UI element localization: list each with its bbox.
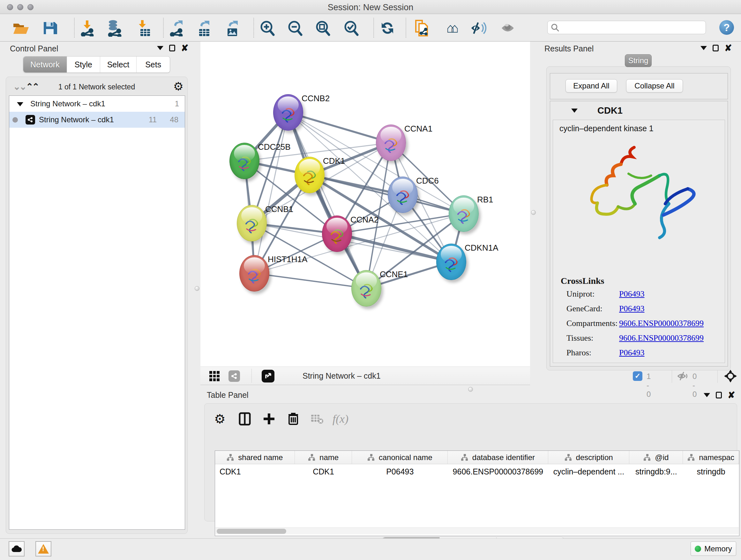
help-button[interactable]: ? bbox=[719, 20, 734, 35]
column-header-shared-name[interactable]: shared name bbox=[215, 451, 295, 464]
export-image-button[interactable] bbox=[224, 20, 241, 37]
node-CCNE1[interactable] bbox=[351, 270, 381, 307]
network-collection-row[interactable]: String Network – cdk1 1 bbox=[9, 96, 185, 112]
tree-expand-caret-icon[interactable] bbox=[17, 99, 23, 108]
zoom-selected-button[interactable] bbox=[343, 20, 360, 37]
protein-structure-image bbox=[564, 140, 711, 245]
node-CDC25B[interactable] bbox=[229, 143, 259, 179]
tab-select[interactable]: Select bbox=[100, 57, 137, 72]
hide-panel-button[interactable] bbox=[470, 20, 487, 37]
panel-menu-caret-icon[interactable] bbox=[704, 393, 710, 397]
collapse-all-button[interactable]: Collapse All bbox=[626, 79, 683, 92]
export-network-button[interactable] bbox=[168, 20, 185, 37]
panel-menu-caret-icon[interactable] bbox=[157, 46, 163, 50]
node-CCNA1[interactable] bbox=[376, 125, 406, 161]
column-header-description[interactable]: description bbox=[548, 451, 630, 464]
column-tree-icon bbox=[367, 454, 375, 461]
table-cell: cyclin–dependent ... bbox=[548, 467, 630, 476]
crosslink-link[interactable]: 9606.ENSP00000378699 bbox=[619, 333, 704, 343]
network-list-panel: ⌄⌄ ⌃⌃ 1 of 1 Network selected ⚙ String N… bbox=[6, 77, 188, 534]
search-input[interactable] bbox=[559, 23, 696, 32]
network-canvas[interactable]: CCNB2 CCNA1 CDC25B CDK1 CDC6 bbox=[200, 42, 530, 367]
tab-network[interactable]: Network bbox=[23, 57, 67, 72]
cdk1-details: cyclin–dependent kinase 1 bbox=[553, 120, 725, 363]
close-panel-icon[interactable]: ✘ bbox=[724, 45, 732, 51]
save-session-button[interactable] bbox=[42, 20, 58, 37]
table-row[interactable]: CDK1CDK1P064939606.ENSP00000378699cyclin… bbox=[215, 464, 739, 479]
network-view-toolbar: String Network – cdk1 ✓ 1 - 0 0 - 0 bbox=[200, 367, 530, 385]
cloud-status-button[interactable] bbox=[9, 541, 24, 557]
close-panel-icon[interactable]: ✘ bbox=[181, 45, 188, 51]
export-table-button[interactable] bbox=[196, 20, 212, 37]
node-CDKN1A[interactable] bbox=[436, 244, 466, 280]
tab-sets[interactable]: Sets bbox=[137, 57, 170, 72]
node-CDC6[interactable] bbox=[388, 177, 418, 213]
zoom-fit-button[interactable] bbox=[315, 20, 331, 37]
warnings-button[interactable] bbox=[36, 541, 51, 557]
network-row-label: String Network – cdk1 bbox=[39, 115, 114, 124]
column-header-canonical-name[interactable]: canonical name bbox=[352, 451, 448, 464]
node-CCNB1[interactable] bbox=[237, 205, 267, 241]
section-collapse-caret-icon[interactable] bbox=[571, 109, 578, 113]
column-header-@id[interactable]: @id bbox=[629, 451, 683, 464]
node-HIST1H1A[interactable] bbox=[239, 255, 269, 292]
node-RB1[interactable] bbox=[449, 195, 479, 232]
show-columns-button[interactable] bbox=[237, 411, 253, 427]
import-network-from-file-button[interactable] bbox=[79, 20, 96, 37]
column-header-database-identifier[interactable]: database identifier bbox=[448, 451, 548, 464]
node-CDK1[interactable] bbox=[294, 157, 325, 193]
network-collection-label: String Network – cdk1 bbox=[30, 99, 105, 108]
close-panel-icon[interactable]: ✘ bbox=[728, 392, 735, 398]
column-tree-icon bbox=[461, 454, 468, 461]
scrollbar-thumb[interactable] bbox=[217, 529, 286, 534]
network-status-dot bbox=[12, 117, 18, 123]
memory-button[interactable]: Memory bbox=[690, 542, 736, 556]
birds-eye-view-button[interactable] bbox=[262, 370, 274, 382]
right-splitter-handle[interactable] bbox=[531, 210, 536, 215]
collection-count: 1 bbox=[175, 99, 179, 108]
tab-style[interactable]: Style bbox=[67, 57, 100, 72]
create-column-button[interactable] bbox=[261, 411, 277, 427]
crosslinks-title: CrossLinks bbox=[561, 276, 604, 286]
node-CCNB2[interactable] bbox=[273, 94, 303, 131]
float-panel-icon[interactable] bbox=[716, 392, 722, 398]
import-network-from-database-button[interactable] bbox=[106, 20, 123, 37]
import-network-icon bbox=[79, 20, 95, 37]
memory-status-dot bbox=[695, 546, 701, 552]
table-horizontal-scrollbar[interactable] bbox=[215, 527, 739, 535]
network-options-gear-icon[interactable]: ⚙ bbox=[173, 81, 184, 92]
column-header-label: namespac bbox=[699, 453, 734, 462]
table-cell: CDK1 bbox=[215, 467, 295, 476]
network-share-icon[interactable] bbox=[228, 370, 240, 382]
crosslink-link[interactable]: P06493 bbox=[619, 289, 644, 299]
tab-string[interactable]: String bbox=[625, 54, 652, 67]
grid-view-icon[interactable] bbox=[209, 371, 219, 381]
eye-slash-icon bbox=[470, 20, 487, 36]
control-panel-tabs: Network Style Select Sets bbox=[23, 56, 170, 73]
zoom-in-button[interactable] bbox=[259, 20, 276, 37]
home-button[interactable]: ⌂⌂ bbox=[442, 20, 459, 37]
open-session-button[interactable] bbox=[13, 20, 29, 37]
float-panel-icon[interactable] bbox=[169, 45, 175, 51]
panel-menu-caret-icon[interactable] bbox=[700, 46, 707, 50]
float-panel-icon[interactable] bbox=[713, 45, 719, 51]
crosslink-row: Pharos: P06493 bbox=[566, 348, 723, 363]
import-table-from-file-button[interactable] bbox=[135, 20, 152, 37]
crosslink-link[interactable]: P06493 bbox=[619, 348, 644, 358]
network-row-selected[interactable]: String Network – cdk1 11 48 bbox=[9, 112, 185, 128]
delete-column-button[interactable] bbox=[286, 411, 301, 427]
apply-layout-button[interactable] bbox=[379, 20, 396, 37]
network-icon bbox=[25, 115, 35, 125]
table-options-gear-icon[interactable]: ⚙ bbox=[212, 411, 227, 427]
show-panel-button[interactable] bbox=[499, 20, 516, 37]
zoom-out-button[interactable] bbox=[287, 20, 304, 37]
node-CCNA2[interactable] bbox=[322, 215, 352, 252]
crosslink-link[interactable]: P06493 bbox=[619, 304, 644, 314]
column-header-namespac[interactable]: namespac bbox=[683, 451, 739, 464]
crosslink-link[interactable]: 9606.ENSP00000378699 bbox=[619, 319, 704, 328]
column-header-name[interactable]: name bbox=[295, 451, 352, 464]
left-splitter-handle[interactable] bbox=[195, 286, 199, 291]
protein-description: cyclin–dependent kinase 1 bbox=[559, 124, 654, 133]
expand-all-button[interactable]: Expand All bbox=[565, 79, 617, 92]
clone-network-button[interactable] bbox=[414, 20, 430, 37]
